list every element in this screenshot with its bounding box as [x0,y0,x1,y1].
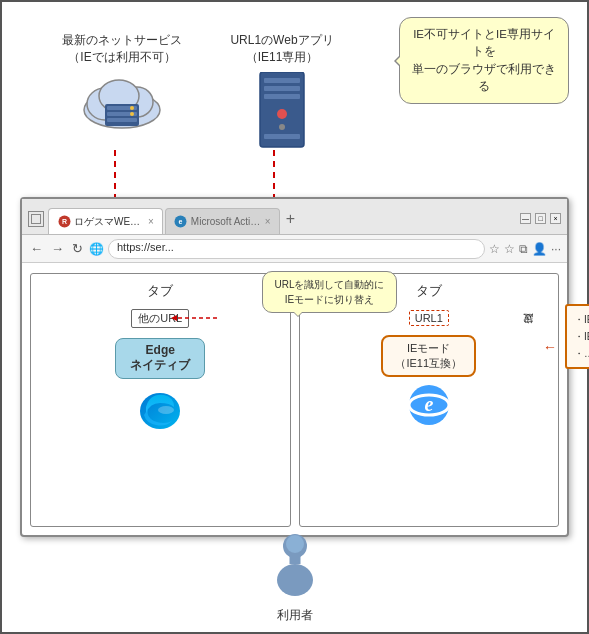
svg-text:e: e [179,218,183,225]
tab2-favicon: e [174,215,188,229]
tab-2[interactable]: e Microsoft Active × [165,208,280,234]
tab1-favicon: R [57,215,71,229]
tab-1[interactable]: R ロゲスマWEB チェ × [48,208,163,234]
browser-tab-bar: R ロゲスマWEB チェ × e Microsoft Active [22,199,567,235]
settings-area: ← 設定 ・IE11互換←URL1 ・IE8互換←URL2 ・…… IEモードで… [565,304,589,418]
speech-bubble-top: IE不可サイトとIE専用サイトを単一のブラウザで利用できる [399,17,569,104]
address-text: https://ser... [117,241,174,253]
settings-box: ・IE11互換←URL1 ・IE8互換←URL2 ・…… [565,304,589,369]
tab2-close[interactable]: × [265,216,271,227]
minimize-button[interactable]: — [520,213,531,224]
settings-arrow-icon: ← [543,339,557,355]
settings-line1: ・IE11互換←URL1 [574,311,589,328]
user-section: 利用者 [267,532,322,624]
svg-point-15 [279,124,285,130]
tab1-close[interactable]: × [148,216,154,227]
server-left-label: 最新のネットサービス（IEでは利用不可） [57,32,187,66]
server-right-area: URL1のWebアプリ（IE11専用） [217,32,347,158]
favorites-icon[interactable]: ☆ [489,242,500,256]
address-bar: ← → ↻ 🌐 https://ser... ☆ ☆ ⧉ 👤 ··· [22,235,567,263]
other-url-badge: 他のURL [131,309,189,328]
svg-rect-11 [264,78,300,83]
svg-rect-30 [289,556,300,564]
speech-bubble-browser: URLを識別して自動的にIEモードに切り替え [262,271,397,313]
tower-server-icon [252,72,312,154]
user-icon [267,532,322,605]
ie-logo: e [308,381,551,433]
ie-mode-open-label: IEモードで開くサイトの一覧（XMLファイル） [565,373,589,418]
svg-point-31 [286,535,304,553]
svg-point-8 [130,106,134,110]
edge-native-button: Edgeネイティブ [115,338,205,379]
address-input[interactable]: https://ser... [108,239,485,259]
server-right-label: URL1のWebアプリ（IE11専用） [217,32,347,66]
tab2-label: Microsoft Active [191,216,261,227]
svg-text:e: e [424,393,433,415]
globe-icon: 🌐 [89,242,104,256]
svg-text:R: R [61,218,66,225]
tab-bar: R ロゲスマWEB チェ × e Microsoft Active [48,203,514,234]
main-container: 最新のネットサービス（IEでは利用不可） URL1のWebアプリ（IE11専用） [0,0,589,634]
browser-content: タブ 他のURL Edgeネイティブ [22,263,567,535]
window-controls: — □ × [514,213,561,224]
tab-panel-left-title: タブ [39,282,282,300]
settings-line3: ・…… [574,345,589,362]
server-left-area: 最新のネットサービス（IEでは利用不可） [57,32,187,136]
arrow-left-down: ▼ [114,150,116,200]
close-button[interactable]: × [550,213,561,224]
refresh-button[interactable]: ↻ [70,241,85,256]
tab1-label: ロゲスマWEB チェ [74,215,144,229]
arrow-right-down: ▼ [273,150,275,200]
svg-point-22 [158,406,174,414]
back-button[interactable]: ← [28,241,45,256]
tab-panel-edge: タブ 他のURL Edgeネイティブ [30,273,291,527]
edge-logo [39,385,282,437]
browser-window: R ロゲスマWEB チェ × e Microsoft Active [20,197,569,537]
svg-rect-12 [264,86,300,91]
svg-point-9 [130,112,134,116]
svg-point-29 [277,564,313,596]
profile-icon[interactable]: 👤 [532,242,547,256]
browser-menu-icon[interactable] [28,211,44,227]
forward-button[interactable]: → [49,241,66,256]
share-icon[interactable]: ⧉ [519,242,528,256]
ie-mode-button: IEモード（IE11互換） [381,335,476,377]
more-button[interactable]: ··· [551,242,561,256]
user-label: 利用者 [267,607,322,624]
settings-line2: ・IE8互換←URL2 [574,328,589,345]
new-tab-button[interactable]: + [280,210,301,228]
maximize-button[interactable]: □ [535,213,546,224]
svg-rect-13 [264,94,300,99]
cloud-server-icon [77,72,167,132]
url1-badge: URL1 [409,310,449,326]
svg-point-14 [277,109,287,119]
svg-rect-16 [264,134,300,139]
collections-icon[interactable]: ☆ [504,242,515,256]
svg-rect-7 [107,118,137,122]
